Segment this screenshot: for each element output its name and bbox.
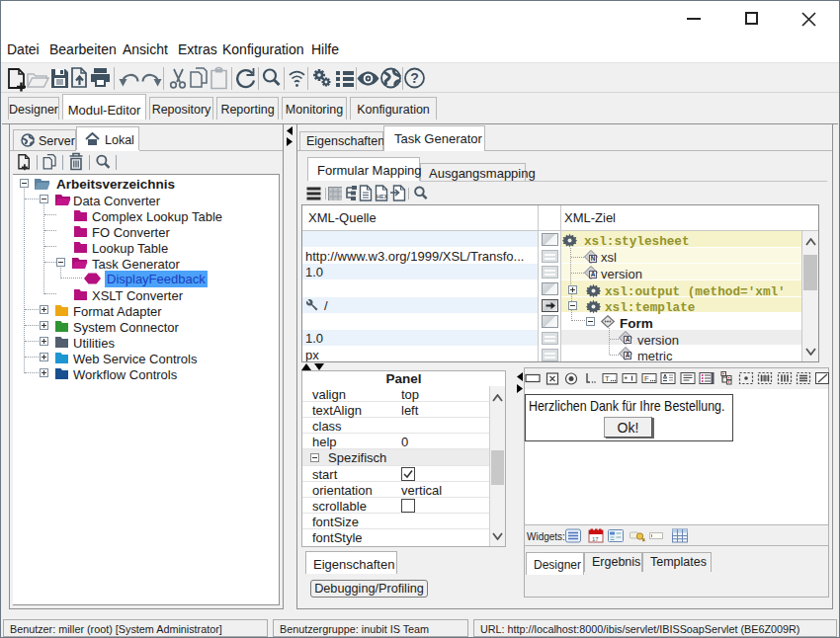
svg-text:T: T: [605, 374, 610, 383]
svg-text:17: 17: [592, 536, 599, 542]
svg-text:?: ?: [410, 70, 419, 86]
svg-text:F: F: [644, 374, 649, 383]
svg-text:*: *: [625, 374, 629, 384]
svg-text:HEX: HEX: [377, 194, 388, 199]
